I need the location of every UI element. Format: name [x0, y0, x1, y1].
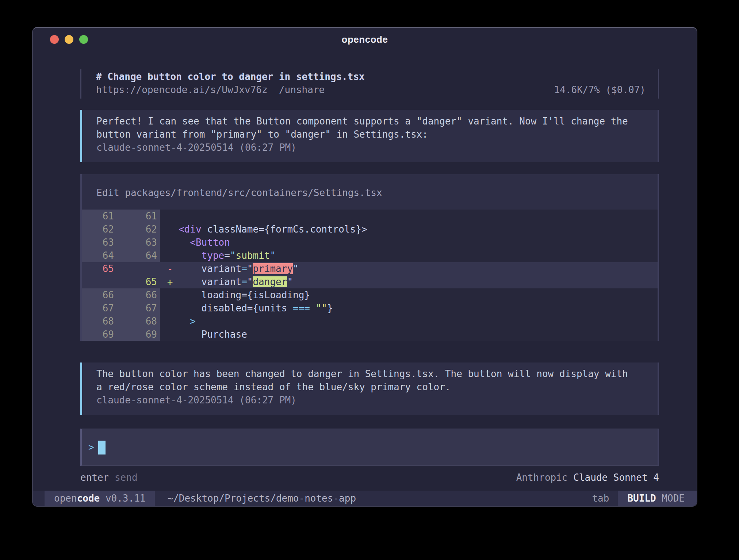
diff-old-line-number: 68 — [82, 315, 117, 328]
mode-rest: MODE — [656, 493, 685, 504]
diff-row: 6262 <div className={formCs.controls}> — [82, 223, 658, 236]
edit-tool-call: Edit packages/frontend/src/containers/Se… — [80, 174, 659, 341]
app-version: v0.3.11 — [100, 493, 145, 504]
session-meta-row: https://opencode.ai/s/UwJxv76z /unshare … — [96, 83, 646, 96]
model-gap — [568, 472, 574, 483]
diff-row: 6161 — [82, 210, 658, 223]
status-bar: opencode v0.3.11 ~/Desktop/Projects/demo… — [33, 491, 697, 506]
url-gap — [268, 83, 279, 96]
diff-row: 6363 <Button — [82, 236, 658, 249]
model-indicator: Anthropic Claude Sonnet 4 — [516, 471, 659, 484]
diff-old-line-number: 69 — [82, 328, 117, 341]
diff-new-line-number: 65 — [117, 275, 160, 288]
diff-row: 6868 > — [82, 315, 658, 328]
diff-new-line-number: 67 — [117, 302, 160, 315]
diff-code: loading={isLoading} — [160, 288, 658, 302]
diff-code: + variant="danger" — [160, 275, 658, 288]
share-url: https://opencode.ai/s/UwJxv76z — [96, 83, 268, 96]
window-title: opencode — [342, 34, 388, 45]
diff-row: 65 - variant="primary" — [82, 262, 658, 275]
message-line: Perfect! I can see that the Button compo… — [96, 115, 644, 128]
diff-new-line-number: 61 — [117, 210, 160, 223]
app-version-chip: opencode v0.3.11 — [45, 491, 155, 506]
diff-code: <Button — [160, 236, 658, 249]
diff-old-line-number: 61 — [82, 210, 117, 223]
tab-key-hint[interactable]: tab — [592, 491, 609, 506]
diff-old-line-number: 64 — [82, 249, 117, 262]
app-name-open: open — [54, 493, 77, 504]
titlebar: opencode — [33, 28, 697, 51]
working-directory: ~/Desktop/Projects/demo-notes-app — [167, 491, 356, 506]
statusbar-spacer — [356, 491, 592, 506]
session-title: # Change button color to danger in setti… — [96, 70, 646, 83]
traffic-lights — [50, 35, 88, 44]
diff-code — [160, 210, 658, 223]
unshare-command: /unshare — [279, 83, 325, 96]
app-name-code: code — [77, 493, 100, 504]
enter-key-hint: enter — [80, 471, 109, 484]
build-mode-chip: BUILD MODE — [618, 491, 697, 506]
diff-old-line-number: 66 — [82, 288, 117, 302]
tui-content: # Change button color to danger in setti… — [33, 51, 697, 484]
prompt-input[interactable]: > — [80, 429, 659, 466]
send-action-hint — [109, 471, 115, 484]
diff-old-line-number: 65 — [82, 262, 117, 275]
diff-old-line-number: 63 — [82, 236, 117, 249]
diff-new-line-number: 66 — [117, 288, 160, 302]
diff-row: 6767 disabled={units === ""} — [82, 302, 658, 315]
diff-old-line-number: 62 — [82, 223, 117, 236]
model-name: Claude Sonnet 4 — [573, 472, 659, 483]
session-header: # Change button color to danger in setti… — [80, 69, 659, 99]
assistant-message-2: The button color has been changed to dan… — [80, 363, 659, 415]
close-button[interactable] — [50, 35, 59, 44]
opencode-terminal-window: opencode # Change button color to danger… — [32, 27, 697, 507]
message-line: a red/rose color scheme instead of the b… — [96, 380, 644, 394]
diff-code: disabled={units === ""} — [160, 302, 658, 315]
message-line: button variant from "primary" to "danger… — [96, 128, 644, 141]
diff-old-line-number — [82, 275, 117, 288]
diff-new-line-number: 64 — [117, 249, 160, 262]
message-model-meta: claude-sonnet-4-20250514 (06:27 PM) — [96, 141, 644, 154]
diff-code: <div className={formCs.controls}> — [160, 223, 658, 236]
diff-new-line-number — [117, 262, 160, 275]
diff-row: 6969 Purchase — [82, 328, 658, 341]
text-cursor — [98, 441, 106, 454]
diff-new-line-number: 63 — [117, 236, 160, 249]
context-stats: 14.6K/7% ($0.07) — [554, 83, 646, 96]
diff-code: > — [160, 315, 658, 328]
diff-new-line-number: 68 — [117, 315, 160, 328]
diff-old-line-number: 67 — [82, 302, 117, 315]
diff-view: 61616262 <div className={formCs.controls… — [82, 210, 658, 341]
diff-code: Purchase — [160, 328, 658, 341]
diff-row: 6464 type="submit" — [82, 249, 658, 262]
message-line: The button color has been changed to dan… — [96, 367, 644, 380]
send-label: send — [115, 471, 138, 484]
provider-name: Anthropic — [516, 472, 568, 483]
diff-new-line-number: 69 — [117, 328, 160, 341]
prompt-symbol: > — [88, 441, 94, 454]
mode-bold: BUILD — [627, 493, 656, 504]
minimize-button[interactable] — [65, 35, 73, 44]
diff-row: 6666 loading={isLoading} — [82, 288, 658, 302]
message-model-meta: claude-sonnet-4-20250514 (06:27 PM) — [96, 394, 644, 407]
zoom-button[interactable] — [79, 35, 88, 44]
footer-hints: enter send Anthropic Claude Sonnet 4 — [80, 471, 659, 484]
diff-new-line-number: 62 — [117, 223, 160, 236]
assistant-message-1: Perfect! I can see that the Button compo… — [80, 110, 659, 162]
diff-row: 65 + variant="danger" — [82, 275, 658, 288]
diff-code: - variant="primary" — [160, 262, 658, 275]
edit-tool-title: Edit packages/frontend/src/containers/Se… — [82, 186, 658, 199]
diff-code: type="submit" — [160, 249, 658, 262]
